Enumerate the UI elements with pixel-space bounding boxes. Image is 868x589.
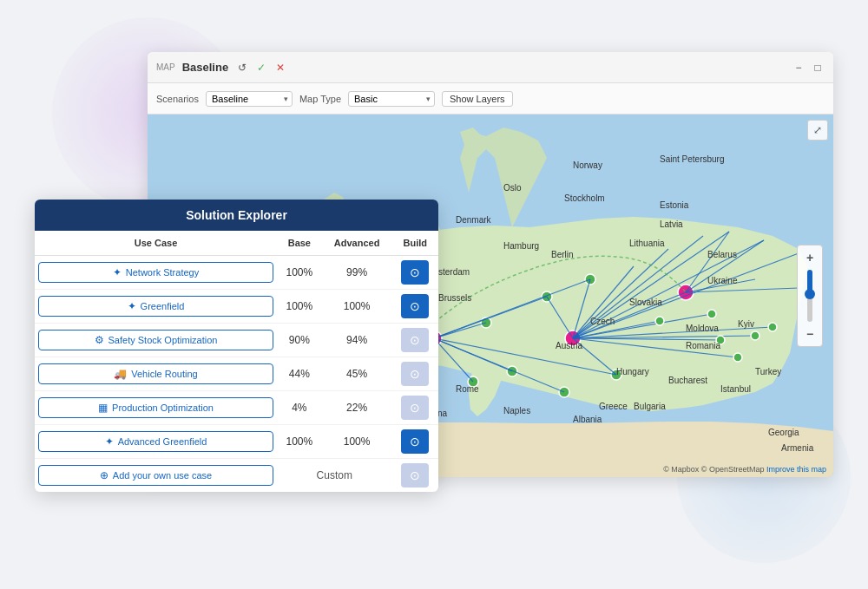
base-pct-5: 100% [277,425,322,459]
use-case-cell-5: ✦Advanced Greenfield [35,425,277,459]
svg-text:Ukraine: Ukraine [707,276,738,285]
use-case-label-4: Production Optimization [112,402,214,413]
table-row: ✦Greenfield100%100%⊙ [35,290,438,324]
show-layers-button[interactable]: Show Layers [442,91,513,107]
build-cell-0: ⊙ [392,256,438,290]
build-button-3[interactable]: ⊙ [401,362,429,386]
maptype-select-wrapper[interactable]: Basic [348,91,435,107]
svg-text:Albania: Albania [573,415,602,424]
svg-text:Czech: Czech [590,317,615,326]
use-case-cell-1: ✦Greenfield [35,290,277,324]
maptype-select[interactable]: Basic [348,91,435,107]
use-case-icon-2: ⚙ [95,334,104,346]
svg-text:Rome: Rome [456,384,479,394]
solution-table: Use Case Base Advanced Build ✦Network St… [35,231,438,492]
add-build-button[interactable]: ⊙ [401,463,429,488]
use-case-icon-0: ✦ [113,266,122,278]
svg-text:Romania: Romania [686,341,720,350]
build-button-4[interactable]: ⊙ [401,396,429,420]
zoom-out-button[interactable]: − [801,325,819,343]
custom-cell: Custom [277,459,392,493]
use-case-button-5[interactable]: ✦Advanced Greenfield [38,431,273,452]
improve-map-link[interactable]: Improve this map [766,465,826,474]
scenarios-select[interactable]: Baseline [206,91,293,107]
build-cell-5: ⊙ [392,425,438,459]
scenarios-select-wrapper[interactable]: Baseline [206,91,293,107]
col-build: Build [392,231,438,256]
use-case-cell-3: 🚚Vehicle Routing [35,357,277,391]
svg-text:Naples: Naples [503,406,530,416]
svg-text:Kyiv: Kyiv [738,319,754,329]
svg-text:Oslo: Oslo [503,183,522,193]
build-button-0[interactable]: ⊙ [401,260,429,285]
svg-point-52 [751,331,760,340]
advanced-pct-5: 100% [322,425,392,459]
check-icon[interactable]: ✓ [254,61,268,75]
svg-text:Brussels: Brussels [438,293,471,303]
svg-text:Hungary: Hungary [616,367,649,376]
maptype-label: Map Type [299,94,341,104]
col-advanced: Advanced [322,231,392,256]
add-use-case-row: ⊕Add your own use caseCustom⊙ [35,459,438,493]
svg-text:Belarus: Belarus [707,250,737,259]
use-case-button-0[interactable]: ✦Network Strategy [38,262,273,283]
use-case-icon-4: ▦ [98,402,108,414]
svg-text:Moldova: Moldova [686,324,719,333]
use-case-icon-3: 🚚 [114,368,127,380]
table-row: 🚚Vehicle Routing44%45%⊙ [35,357,438,391]
build-button-5[interactable]: ⊙ [401,429,429,454]
advanced-pct-0: 99% [322,256,392,290]
use-case-cell-0: ✦Network Strategy [35,256,277,290]
build-button-2[interactable]: ⊙ [401,328,429,352]
table-row: ▦Production Optimization4%22%⊙ [35,391,438,425]
use-case-label-3: Vehicle Routing [131,369,197,379]
use-case-button-2[interactable]: ⚙Safety Stock Optimization [38,330,273,350]
base-pct-2: 90% [277,324,322,357]
svg-text:Estonia: Estonia [660,200,689,210]
close-title-icon[interactable]: ✕ [273,61,287,75]
map-titlebar-left: MAP Baseline ↺ ✓ ✕ [156,61,287,75]
build-cell-1: ⊙ [392,290,438,324]
use-case-button-1[interactable]: ✦Greenfield [38,296,273,317]
advanced-pct-1: 100% [322,290,392,324]
advanced-pct-2: 94% [322,324,392,357]
zoom-slider [807,270,812,322]
svg-text:Georgia: Georgia [768,428,799,437]
solution-explorer-header: Solution Explorer [35,200,438,231]
add-build-cell: ⊙ [392,459,438,493]
add-use-case-button[interactable]: ⊕Add your own use case [38,465,273,486]
refresh-icon[interactable]: ↺ [235,61,249,75]
svg-point-44 [655,317,664,325]
zoom-in-button[interactable]: + [801,249,819,266]
table-header-row: Use Case Base Advanced Build [35,231,438,256]
use-case-label-5: Advanced Greenfield [118,436,207,447]
minimize-icon[interactable]: − [792,61,806,75]
svg-text:Armenia: Armenia [781,443,814,453]
window-controls: − □ [792,61,825,75]
add-use-case-cell: ⊕Add your own use case [35,459,277,493]
svg-text:Stockholm: Stockholm [564,193,605,203]
zoom-handle[interactable] [805,289,815,299]
svg-point-51 [733,353,742,362]
col-base: Base [277,231,322,256]
svg-text:Saint Petersburg: Saint Petersburg [660,154,725,164]
map-expand-button[interactable]: ⤢ [807,120,828,141]
map-title: Baseline [182,61,228,74]
maximize-icon[interactable]: □ [811,61,825,75]
use-case-label-2: Safety Stock Optimization [108,335,218,345]
use-case-button-4[interactable]: ▦Production Optimization [38,397,273,418]
add-icon: ⊕ [100,469,108,481]
use-case-cell-4: ▦Production Optimization [35,391,277,425]
build-cell-4: ⊙ [392,391,438,425]
use-case-icon-1: ✦ [128,300,136,312]
svg-text:Denmark: Denmark [456,215,492,225]
scenarios-label: Scenarios [156,94,199,104]
svg-point-45 [707,310,716,318]
base-pct-4: 4% [277,391,322,425]
advanced-pct-4: 22% [322,391,392,425]
table-row: ⚙Safety Stock Optimization90%94%⊙ [35,324,438,357]
map-titlebar: MAP Baseline ↺ ✓ ✕ − □ [148,52,833,83]
use-case-button-3[interactable]: 🚚Vehicle Routing [38,363,273,384]
build-button-1[interactable]: ⊙ [401,294,429,318]
svg-text:Slovakia: Slovakia [629,298,662,307]
